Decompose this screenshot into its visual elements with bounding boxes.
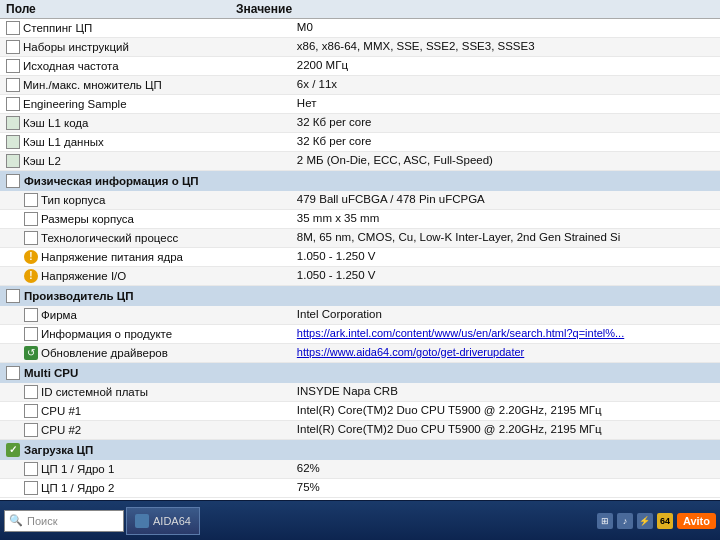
- field-label: CPU #2: [41, 424, 81, 436]
- field-cell: ЦП 1 / Ядро 1: [0, 460, 230, 478]
- field-label: ЦП 1 / Ядро 2: [41, 482, 114, 494]
- table-row: CPU #1Intel(R) Core(TM)2 Duo CPU T5900 @…: [0, 402, 720, 421]
- field-label: Мин./макс. множитель ЦП: [23, 79, 162, 91]
- field-cell: Engineering Sample: [0, 95, 230, 113]
- avito-badge: Avito: [677, 513, 716, 529]
- value-cell: INSYDE Napa CRB: [291, 383, 720, 402]
- field-label: Исходная частота: [23, 60, 119, 72]
- search-placeholder: Поиск: [27, 515, 57, 527]
- data-table[interactable]: Степпинг ЦПM0Наборы инструкцийx86, x86-6…: [0, 19, 720, 500]
- field-label: Кэш L1 кода: [23, 117, 88, 129]
- value-cell: Intel(R) Core(TM)2 Duo CPU T5900 @ 2.20G…: [291, 421, 720, 440]
- tray-icon-bat: ⚡: [637, 513, 653, 529]
- table-row: Тип корпуса479 Ball uFCBGA / 478 Pin uFC…: [0, 191, 720, 210]
- table-row: !Напряжение питания ядра1.050 - 1.250 V: [0, 248, 720, 267]
- value-cell: https://ark.intel.com/content/www/us/en/…: [291, 325, 720, 344]
- table-row: ↺Обновление драйверовhttps://www.aida64.…: [0, 344, 720, 363]
- col-value-header: Значение: [236, 2, 714, 16]
- value-cell: 1.050 - 1.250 V: [291, 248, 720, 267]
- field-cell: Тип корпуса: [0, 191, 230, 209]
- field-label: Кэш L2: [23, 155, 61, 167]
- table-row: !Напряжение I/O1.050 - 1.250 V: [0, 267, 720, 286]
- table-row: Физическая информация о ЦП: [0, 171, 720, 192]
- field-cell: ЦП 1 / Ядро 2: [0, 479, 230, 497]
- taskbar-app-aida[interactable]: AIDA64: [126, 507, 200, 535]
- section-label: Физическая информация о ЦП: [24, 175, 199, 187]
- table-row: Производитель ЦП: [0, 286, 720, 307]
- field-cell: Кэш L1 данных: [0, 133, 230, 151]
- field-cell: ID системной платы: [0, 383, 230, 401]
- field-label: Фирма: [41, 309, 77, 321]
- table-row: Размеры корпуса35 mm x 35 mm: [0, 210, 720, 229]
- table-row: ЦП 1 / Ядро 162%: [0, 460, 720, 479]
- value-cell: Нет: [291, 95, 720, 114]
- table-row: Технологический процесс8M, 65 nm, CMOS, …: [0, 229, 720, 248]
- table-row: ЦП 1 / Ядро 275%: [0, 479, 720, 498]
- table-row: ID системной платыINSYDE Napa CRB: [0, 383, 720, 402]
- field-label: Обновление драйверов: [41, 347, 168, 359]
- section-label: Загрузка ЦП: [24, 444, 93, 456]
- section-label: Производитель ЦП: [24, 290, 134, 302]
- value-cell: x86, x86-64, MMX, SSE, SSE2, SSE3, SSSE3: [291, 38, 720, 57]
- table-row: Кэш L1 кода32 Кб per core: [0, 114, 720, 133]
- field-label: Напряжение питания ядра: [41, 251, 183, 263]
- field-label: Технологический процесс: [41, 232, 178, 244]
- table-row: ✓Загрузка ЦП: [0, 440, 720, 461]
- field-label: Напряжение I/O: [41, 270, 126, 282]
- field-label: ID системной платы: [41, 386, 148, 398]
- link-value[interactable]: https://www.aida64.com/goto/get-driverup…: [297, 346, 524, 358]
- value-cell: 6x / 11x: [291, 76, 720, 95]
- field-label: Информация о продукте: [41, 328, 172, 340]
- field-label: Степпинг ЦП: [23, 22, 92, 34]
- main-window: Поле Значение Степпинг ЦПM0Наборы инстру…: [0, 0, 720, 500]
- table-row: CPU #2Intel(R) Core(TM)2 Duo CPU T5900 @…: [0, 421, 720, 440]
- field-label: Тип корпуса: [41, 194, 105, 206]
- table-row: Исходная частота2200 МГц: [0, 57, 720, 76]
- value-cell: 1.050 - 1.250 V: [291, 267, 720, 286]
- field-cell: Мин./макс. множитель ЦП: [0, 76, 230, 94]
- table-row: Кэш L1 данных32 Кб per core: [0, 133, 720, 152]
- table-row: Мин./макс. множитель ЦП6x / 11x: [0, 76, 720, 95]
- field-cell: Степпинг ЦП: [0, 19, 230, 37]
- table-row: ФирмаIntel Corporation: [0, 306, 720, 325]
- table-row: Информация о продуктеhttps://ark.intel.c…: [0, 325, 720, 344]
- value-cell: 2200 МГц: [291, 57, 720, 76]
- tray-icon-vol: ♪: [617, 513, 633, 529]
- value-cell: 479 Ball uFCBGA / 478 Pin uFCPGA: [291, 191, 720, 210]
- field-cell: !Напряжение питания ядра: [0, 248, 230, 266]
- value-cell: 32 Кб per core: [291, 133, 720, 152]
- search-icon: 🔍: [9, 514, 23, 527]
- field-cell: Кэш L2: [0, 152, 230, 170]
- field-cell: CPU #2: [0, 421, 230, 439]
- field-cell: !Напряжение I/O: [0, 267, 230, 285]
- value-cell: 35 mm x 35 mm: [291, 210, 720, 229]
- aida-icon: [135, 514, 149, 528]
- link-value[interactable]: https://ark.intel.com/content/www/us/en/…: [297, 327, 624, 339]
- section-label: Multi CPU: [24, 367, 78, 379]
- table-row: Engineering SampleНет: [0, 95, 720, 114]
- value-cell: 2 МБ (On-Die, ECC, ASC, Full-Speed): [291, 152, 720, 171]
- field-cell: CPU #1: [0, 402, 230, 420]
- value-cell: Intel Corporation: [291, 306, 720, 325]
- search-box[interactable]: 🔍 Поиск: [4, 510, 124, 532]
- field-cell: ↺Обновление драйверов: [0, 344, 230, 362]
- table-row: Кэш L22 МБ (On-Die, ECC, ASC, Full-Speed…: [0, 152, 720, 171]
- field-label: ЦП 1 / Ядро 1: [41, 463, 114, 475]
- tray-icon-64: 64: [657, 513, 673, 529]
- taskbar: 🔍 Поиск AIDA64 ⊞ ♪ ⚡ 64 Avito: [0, 500, 720, 540]
- value-cell: M0: [291, 19, 720, 38]
- tray-icon-net: ⊞: [597, 513, 613, 529]
- value-cell: 8M, 65 nm, CMOS, Cu, Low-K Inter-Layer, …: [291, 229, 720, 248]
- col-field-header: Поле: [6, 2, 236, 16]
- value-cell: 32 Кб per core: [291, 114, 720, 133]
- value-cell: https://www.aida64.com/goto/get-driverup…: [291, 344, 720, 363]
- value-cell: 62%: [291, 460, 720, 479]
- value-cell: Intel(R) Core(TM)2 Duo CPU T5900 @ 2.20G…: [291, 402, 720, 421]
- field-cell: Исходная частота: [0, 57, 230, 75]
- field-cell: Наборы инструкций: [0, 38, 230, 56]
- table-row: Степпинг ЦПM0: [0, 19, 720, 38]
- field-label: Размеры корпуса: [41, 213, 134, 225]
- field-label: CPU #1: [41, 405, 81, 417]
- system-tray: ⊞ ♪ ⚡ 64 Avito: [597, 513, 716, 529]
- table-row: Наборы инструкцийx86, x86-64, MMX, SSE, …: [0, 38, 720, 57]
